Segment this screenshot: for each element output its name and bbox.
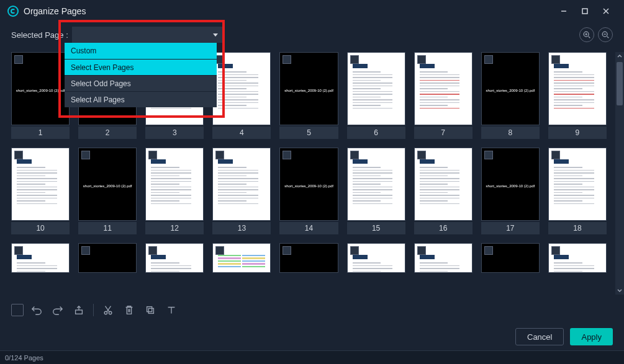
dropdown-item-all[interactable]: Select All Pages (65, 91, 217, 107)
thumbnail-filename: short_stories_2009-10 (2).pdf (280, 184, 337, 188)
page-number: 11 (78, 222, 137, 234)
redo-button[interactable] (50, 302, 66, 318)
cut-button[interactable] (100, 302, 116, 318)
thumbnail-filename: short_stories_2009-10 (2).pdf (12, 89, 69, 92)
page-thumbnail[interactable]: 25 (414, 243, 473, 273)
page-thumbnail[interactable]: 4 (212, 52, 271, 139)
apply-button[interactable]: Apply (570, 328, 613, 345)
page-number: 7 (414, 127, 473, 139)
thumbnail-checkbox[interactable] (283, 151, 291, 159)
svg-rect-15 (148, 308, 153, 313)
maximize-button[interactable] (574, 2, 595, 20)
app-icon (7, 6, 19, 17)
page-thumbnail[interactable]: 22 (212, 243, 271, 273)
page-thumbnail[interactable]: short_stories_2009-10 (2).pdf11 (78, 148, 137, 234)
text-button[interactable] (163, 302, 179, 318)
bottom-toolbar (11, 300, 613, 321)
page-number: 2 (78, 127, 137, 139)
svg-rect-1 (582, 9, 587, 14)
extract-button[interactable] (71, 302, 87, 318)
scroll-up-icon[interactable] (615, 52, 624, 61)
thumbnail-filename: short_stories_2009-10 (2).pdf (482, 184, 539, 188)
page-thumbnail[interactable]: 15 (347, 148, 405, 234)
page-number: 18 (548, 222, 607, 234)
zoom-in-button[interactable] (579, 27, 594, 42)
scroll-down-icon[interactable] (615, 286, 624, 295)
thumbnail-checkbox[interactable] (81, 246, 90, 255)
page-number: 15 (347, 222, 405, 234)
page-thumbnail[interactable]: 24 (347, 243, 405, 273)
page-number: 6 (347, 127, 405, 139)
page-number: 4 (212, 127, 271, 139)
thumbnail-checkbox[interactable] (283, 55, 291, 64)
page-thumbnail[interactable]: short_stories_2009-10 (2).pdf14 (279, 148, 338, 234)
page-thumbnail[interactable]: 19 (11, 243, 70, 273)
thumbnail-checkbox[interactable] (283, 246, 291, 255)
thumbnail-checkbox[interactable] (215, 246, 224, 255)
svg-rect-14 (147, 307, 152, 312)
page-number: 8 (481, 127, 540, 139)
thumbnail-checkbox[interactable] (484, 55, 493, 64)
page-thumbnail[interactable]: 16 (414, 148, 473, 234)
thumbnail-filename: short_stories_2009-10 (2).pdf (79, 184, 136, 188)
page-thumbnail[interactable]: short_stories_2009-10 (2).pdf20 (78, 243, 137, 273)
page-thumbnail[interactable]: 10 (11, 148, 70, 234)
page-thumbnail[interactable]: 13 (212, 148, 271, 234)
dropdown-panel: Custom Select Even Pages Select Odd Page… (65, 43, 217, 107)
page-number: 1 (11, 127, 70, 139)
scrollbar-thumb[interactable] (617, 62, 623, 105)
thumbnail-checkbox[interactable] (81, 151, 90, 159)
status-bar: 0/124 Pages (0, 350, 624, 364)
page-number: 13 (212, 222, 271, 234)
page-thumbnail[interactable]: short_stories_2009-10 (2).pdf17 (481, 148, 540, 234)
page-selection-dropdown[interactable] (72, 27, 224, 43)
footer-buttons: Cancel Apply (515, 328, 613, 345)
dropdown-item-custom[interactable]: Custom (65, 43, 217, 59)
page-number: 17 (481, 222, 540, 234)
page-number: 12 (145, 222, 204, 234)
page-thumbnail[interactable]: short_stories_2009-10 (2).pdf1 (11, 52, 70, 139)
page-count-status: 0/124 Pages (5, 354, 43, 362)
select-checkbox[interactable] (11, 304, 24, 316)
page-thumbnail[interactable]: short_stories_2009-10 (2).pdf8 (481, 52, 540, 139)
zoom-out-button[interactable] (598, 27, 613, 42)
page-thumbnail[interactable]: short_stories_2009-10 (2).pdf26 (481, 243, 540, 273)
close-button[interactable] (595, 2, 617, 20)
page-number: 3 (145, 127, 204, 139)
delete-button[interactable] (121, 302, 137, 318)
page-thumbnail[interactable]: 18 (548, 148, 607, 234)
cancel-button[interactable]: Cancel (515, 328, 564, 345)
page-number: 5 (279, 127, 338, 139)
thumbnail-filename: short_stories_2009-10 (2).pdf (482, 89, 539, 92)
undo-button[interactable] (29, 302, 45, 318)
toolbar-divider (93, 304, 94, 316)
titlebar: Organize Pages (0, 0, 624, 22)
svg-line-5 (589, 37, 590, 38)
page-thumbnail[interactable]: short_stories_2009-10 (2).pdf23 (279, 243, 338, 273)
chevron-down-icon (213, 33, 218, 37)
dropdown-item-odd[interactable]: Select Odd Pages (65, 75, 217, 91)
vertical-scrollbar[interactable] (615, 52, 624, 295)
page-thumbnail[interactable]: 12 (145, 148, 204, 234)
page-thumbnail[interactable]: short_stories_2009-10 (2).pdf5 (279, 52, 338, 139)
thumbnail-checkbox[interactable] (14, 55, 23, 64)
minimize-button[interactable] (553, 2, 574, 20)
toolbar-row: Selected Page : Custom Select Even Pages… (0, 22, 624, 47)
svg-point-13 (109, 311, 112, 314)
page-number: 10 (11, 222, 70, 234)
thumbnail-filename: short_stories_2009-10 (2).pdf (280, 89, 337, 92)
page-thumbnail[interactable]: 6 (347, 52, 405, 139)
dropdown-item-even[interactable]: Select Even Pages (65, 59, 217, 75)
svg-line-9 (607, 37, 609, 38)
thumbnail-checkbox[interactable] (484, 151, 493, 159)
page-number: 16 (414, 222, 473, 234)
page-thumbnail[interactable]: 9 (548, 52, 607, 139)
selected-pages-label: Selected Page : (11, 30, 68, 40)
thumbnail-checkbox[interactable] (484, 246, 493, 255)
page-thumbnail[interactable]: 21 (145, 243, 204, 273)
copy-button[interactable] (142, 302, 158, 318)
window-title: Organize Pages (24, 6, 86, 16)
page-thumbnail[interactable]: 27 (548, 243, 607, 273)
page-thumbnail[interactable]: 7 (414, 52, 473, 139)
svg-rect-11 (76, 310, 83, 314)
